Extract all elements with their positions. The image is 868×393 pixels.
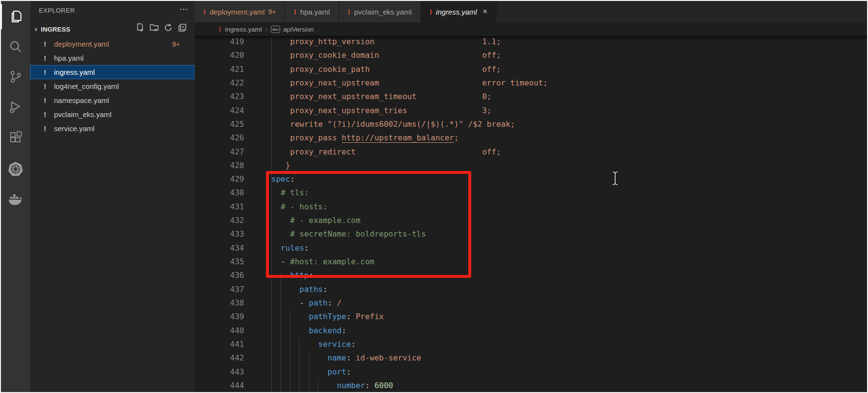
breadcrumb: ! ingress.yaml › abc apiVersion [195, 22, 867, 36]
more-actions-icon[interactable]: ⋯ [179, 4, 189, 15]
tab-label: pvclaim_eks.yaml [354, 8, 411, 16]
code-line-442[interactable]: 442 name: id-web-service [195, 351, 867, 365]
file-item-deployment-yaml[interactable]: !deployment.yaml9+ [30, 37, 195, 51]
code-line-429[interactable]: 429spec: [195, 172, 867, 186]
activity-bar [1, 1, 30, 392]
line-number: 436 [195, 269, 244, 282]
line-number: 421 [195, 63, 244, 76]
yaml-warning-icon: ! [44, 124, 51, 133]
file-label: deployment.yaml [54, 40, 109, 48]
run-debug-icon[interactable] [1, 94, 30, 120]
code-line-420[interactable]: 420 proxy_cookie_domain off; [195, 49, 867, 62]
source-control-icon[interactable] [1, 64, 30, 89]
file-item-pvclaim_eks-yaml[interactable]: !pvclaim_eks.yaml [30, 107, 195, 121]
code-line-434[interactable]: 434 rules: [195, 241, 867, 255]
file-label: pvclaim_eks.yaml [54, 110, 111, 119]
code-line-427[interactable]: 427 proxy_redirect off; [195, 145, 867, 159]
yaml-warning-icon: ! [294, 8, 296, 16]
code-line-444[interactable]: 444 number: 6000 [195, 379, 867, 392]
line-text: proxy_cookie_path off; [271, 63, 501, 76]
explorer-icon[interactable] [1, 4, 31, 29]
line-text: proxy_next_upstream_tries 3; [271, 104, 492, 118]
docker-icon[interactable] [1, 187, 30, 212]
line-text: proxy_pass http://upstream_balancer; [271, 131, 459, 145]
code-line-435[interactable]: 435 - #host: example.com [195, 255, 867, 269]
code-line-422[interactable]: 422 proxy_next_upstream error timeout; [195, 76, 867, 90]
code-line-430[interactable]: 430 # tls: [195, 186, 867, 200]
tab-label: ingress.yaml [436, 8, 477, 16]
indent-guide [271, 36, 272, 392]
file-list: !deployment.yaml9+!hpa.yaml!ingress.yaml… [30, 37, 195, 136]
line-text: proxy_cookie_domain off; [271, 49, 501, 62]
file-item-namespace-yaml[interactable]: !namespace.yaml [30, 93, 195, 107]
code-line-443[interactable]: 443 port: [195, 365, 867, 379]
code-line-425[interactable]: 425 rewrite "(?i)/idums6002/ums(/|$)(.*)… [195, 118, 867, 131]
line-text: pathType: Prefix [271, 310, 384, 324]
line-number: 423 [195, 90, 244, 103]
line-number: 432 [195, 214, 244, 227]
code-line-426[interactable]: 426 proxy_pass http://upstream_balancer; [195, 131, 867, 145]
code-line-432[interactable]: 432 # - example.com [195, 214, 867, 227]
code-lines: 419 proxy_http_version 1.1;420 proxy_coo… [195, 36, 867, 392]
code-editor[interactable]: 419 proxy_http_version 1.1;420 proxy_coo… [195, 36, 867, 392]
file-item-hpa-yaml[interactable]: !hpa.yaml [30, 51, 195, 65]
code-line-423[interactable]: 423 proxy_next_upstream_timeout 0; [195, 90, 867, 103]
file-item-log4net_config-yaml[interactable]: !log4net_config.yaml [30, 79, 195, 93]
yaml-warning-icon: ! [44, 96, 51, 104]
tab-pvclaim_eks-yaml[interactable]: !pvclaim_eks.yaml [339, 1, 421, 22]
code-line-436[interactable]: 436 http: [195, 269, 867, 282]
yaml-warning-icon: ! [44, 40, 51, 48]
code-line-428[interactable]: 428 } [195, 159, 867, 172]
tab-label: hpa.yaml [300, 8, 330, 16]
breadcrumb-file[interactable]: ingress.yaml [225, 26, 262, 33]
file-item-service-yaml[interactable]: !service.yaml [30, 121, 195, 136]
refresh-icon[interactable] [164, 23, 173, 34]
close-icon[interactable]: × [483, 7, 487, 16]
line-text: paths: [271, 283, 328, 296]
line-text: proxy_next_upstream_timeout 0; [271, 90, 492, 103]
indent-guide [290, 310, 290, 392]
code-line-433[interactable]: 433 # secretName: boldreports-tls [195, 227, 867, 241]
breadcrumb-symbol[interactable]: apiVersion [283, 26, 314, 33]
yaml-warning-icon: ! [44, 54, 51, 62]
code-line-440[interactable]: 440 backend: [195, 324, 867, 338]
line-text: proxy_redirect off; [271, 145, 501, 159]
indent-guide [309, 351, 309, 392]
code-line-438[interactable]: 438 - path: / [195, 296, 867, 310]
line-number: 433 [195, 227, 244, 241]
code-line-437[interactable]: 437 paths: [195, 283, 867, 296]
tab-deployment-yaml[interactable]: !deployment.yaml9+ [195, 1, 285, 22]
code-line-421[interactable]: 421 proxy_cookie_path off; [195, 63, 867, 76]
extensions-icon[interactable] [1, 125, 30, 151]
line-number: 424 [195, 104, 244, 118]
search-icon[interactable] [1, 34, 30, 59]
line-text: - #host: example.com [271, 255, 374, 269]
line-text: http: [271, 269, 314, 282]
file-label: service.yaml [54, 124, 94, 133]
line-number: 444 [195, 379, 244, 392]
line-number: 425 [195, 118, 244, 131]
problem-icon: ! [219, 25, 221, 33]
code-line-424[interactable]: 424 proxy_next_upstream_tries 3; [195, 104, 867, 118]
indent-guide [281, 273, 281, 392]
collapse-all-icon[interactable] [178, 23, 187, 34]
line-number: 434 [195, 241, 244, 255]
new-folder-icon[interactable] [150, 23, 159, 34]
line-number: 430 [195, 186, 244, 200]
file-item-ingress-yaml[interactable]: !ingress.yaml [30, 65, 195, 79]
line-text: # tls: [271, 186, 309, 200]
code-line-439[interactable]: 439 pathType: Prefix [195, 310, 867, 324]
yaml-warning-icon: ! [44, 68, 51, 76]
tab-ingress-yaml[interactable]: !ingress.yaml× [421, 1, 497, 22]
line-text: } [271, 159, 290, 172]
tab-hpa-yaml[interactable]: !hpa.yaml [285, 1, 339, 22]
code-line-431[interactable]: 431 # - hosts: [195, 200, 867, 214]
line-text: rewrite "(?i)/idums6002/ums(/|$)(.*)" /$… [271, 118, 515, 131]
line-number: 437 [195, 283, 244, 296]
kubernetes-icon[interactable] [1, 156, 30, 182]
tab-bar: !deployment.yaml9+!hpa.yaml!pvclaim_eks.… [195, 1, 867, 22]
code-line-441[interactable]: 441 service: [195, 338, 867, 351]
text-cursor-pointer [611, 171, 619, 188]
line-text: proxy_next_upstream error timeout; [271, 76, 548, 90]
new-file-icon[interactable] [136, 23, 144, 34]
